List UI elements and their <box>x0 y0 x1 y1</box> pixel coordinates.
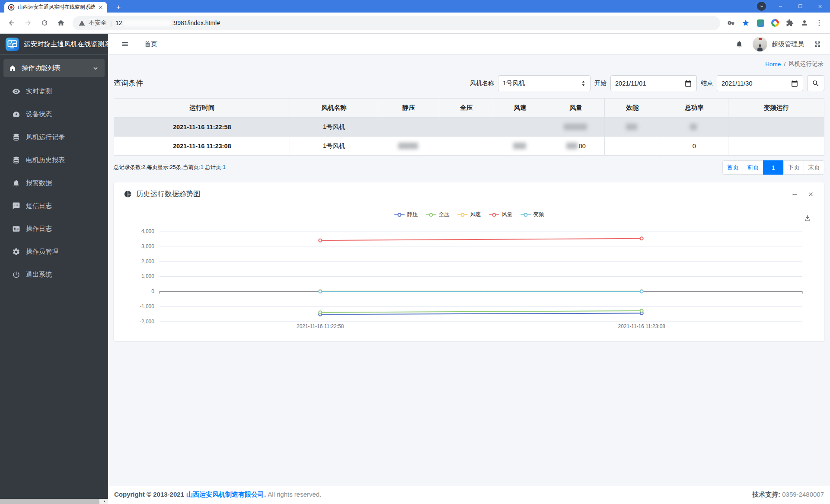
legend-item[interactable]: 全压 <box>426 211 450 218</box>
browser-tab-strip: 山西运安主通风实时在线监测系统 + <box>0 0 830 13</box>
svg-text:4,000: 4,000 <box>141 228 154 234</box>
collapse-panel-icon[interactable] <box>792 191 798 198</box>
support-label: 技术支持: <box>752 491 780 498</box>
scrollbar-right-arrow[interactable] <box>101 499 108 504</box>
address-bar[interactable]: 不安全 | 12:9981/index.html# <box>73 16 720 30</box>
search-button[interactable] <box>807 75 824 91</box>
password-key-icon[interactable] <box>725 16 737 29</box>
pager-prev-button[interactable]: 前页 <box>743 160 763 175</box>
bookmark-star-icon[interactable] <box>739 16 752 29</box>
records-table: 运行时间 风机名称 静压 全压 风速 风量 效能 总功率 变频运行 2021-1… <box>114 98 824 156</box>
new-tab-button[interactable]: + <box>113 2 124 13</box>
table-cell <box>378 118 439 137</box>
reload-button[interactable] <box>37 16 52 30</box>
fan-select[interactable]: 1号风机 <box>498 75 591 91</box>
footer: Copyright © 2013-2021山西运安风机制造有限公司.All ri… <box>108 485 830 504</box>
tab-close-icon[interactable] <box>98 4 104 10</box>
sidebar-item-logout[interactable]: 退出系统 <box>3 266 105 283</box>
table-cell <box>605 137 660 156</box>
download-chart-icon[interactable] <box>804 214 811 222</box>
end-date-label: 结束 <box>701 80 713 87</box>
extension-icon[interactable] <box>754 16 767 29</box>
page-url: 12:9981/index.html# <box>115 19 220 26</box>
trend-chart-panel: 历史运行数据趋势图 静压 全压 风速 风量 变频 4,0003,0002,000… <box>114 182 824 341</box>
user-menu[interactable]: 超级管理员 <box>753 37 804 51</box>
nav-home-link[interactable]: 首页 <box>144 40 157 48</box>
svg-text:1,000: 1,000 <box>141 273 154 279</box>
sidebar-item-motor-history-report[interactable]: 电机历史报表 <box>3 151 105 169</box>
close-panel-icon[interactable] <box>808 191 814 198</box>
column-header: 运行时间 <box>114 99 290 118</box>
company-link[interactable]: 山西运安风机制造有限公司. <box>186 491 266 498</box>
column-header: 风量 <box>547 99 605 118</box>
scrollbar-thumb[interactable] <box>0 499 99 504</box>
table-row[interactable]: 2021-11-16 11:23:08 1号风机 00 0 <box>114 137 824 156</box>
column-header: 效能 <box>605 99 660 118</box>
legend-item[interactable]: 静压 <box>394 211 418 218</box>
support-phone: 0359-2480007 <box>782 491 824 498</box>
panel-title: 历史运行数据趋势图 <box>136 189 201 199</box>
brand[interactable]: 运安对旋主通风机在线监测系统 <box>0 34 108 55</box>
svg-text:2,000: 2,000 <box>141 258 154 265</box>
brand-logo-icon <box>5 37 19 51</box>
browser-menu-icon[interactable] <box>813 16 826 29</box>
sidebar-item-operator-management[interactable]: 操作员管理 <box>3 243 105 260</box>
pager-page-1-button[interactable]: 1 <box>763 160 784 175</box>
search-icon <box>812 80 820 87</box>
horizontal-scrollbar[interactable] <box>0 499 108 504</box>
sidebar-item-function-list[interactable]: 操作功能列表 <box>3 59 105 77</box>
calendar-icon[interactable] <box>791 80 798 87</box>
back-button[interactable] <box>4 16 19 30</box>
redacted-value <box>513 143 526 149</box>
end-date-input[interactable]: 2021/11/30 <box>717 75 803 91</box>
pie-chart-icon <box>124 190 132 198</box>
sidebar-item-alarm-data[interactable]: 报警数据 <box>3 174 105 191</box>
forward-button[interactable] <box>21 16 35 30</box>
redacted-value <box>398 143 418 149</box>
sidebar-item-operation-log[interactable]: 操作日志 <box>3 220 105 237</box>
pager-last-button[interactable]: 末页 <box>804 160 824 175</box>
table-cell <box>493 137 547 156</box>
browser-home-button[interactable] <box>54 16 68 30</box>
sidebar-item-sms-log[interactable]: 短信日志 <box>3 197 105 214</box>
legend-item[interactable]: 风量 <box>489 211 513 218</box>
table-cell: 00 <box>547 137 605 156</box>
tab-title: 山西运安主通风实时在线监测系统 <box>18 3 95 11</box>
table-row[interactable]: 2021-11-16 11:22:58 1号风机 <box>114 118 824 137</box>
column-header: 变频运行 <box>728 99 824 118</box>
window-close-button[interactable] <box>810 0 830 13</box>
redacted-value <box>566 143 578 149</box>
svg-text:0: 0 <box>151 288 154 294</box>
hamburger-menu-icon[interactable] <box>121 40 129 48</box>
breadcrumb-home-link[interactable]: Home <box>765 61 781 67</box>
sidebar-item-device-status[interactable]: 设备状态 <box>3 105 105 123</box>
svg-text:3,000: 3,000 <box>141 243 154 249</box>
pager-first-button[interactable]: 首页 <box>722 160 743 175</box>
legend-item[interactable]: 变频 <box>520 211 544 218</box>
extension-color-icon[interactable] <box>769 16 782 29</box>
table-cell: 1号风机 <box>290 137 378 156</box>
window-minimize-button[interactable] <box>770 0 790 13</box>
pagination-bar: 总记录条数:2,每页显示:25条,当前页:1 总计页:1 首页 前页 1 下页 … <box>114 160 824 175</box>
window-maximize-button[interactable] <box>790 0 810 13</box>
brand-title: 运安对旋主通风机在线监测系统 <box>24 40 108 49</box>
sidebar-menu: 操作功能列表 实时监测 设备状态 风机运行记录 电机历史报表 报警数据 <box>0 55 108 287</box>
breadcrumb-separator: / <box>784 61 785 67</box>
sidebar-item-fan-run-records[interactable]: 风机运行记录 <box>3 128 105 146</box>
tab-search-button[interactable] <box>757 2 766 11</box>
home-icon <box>9 64 16 72</box>
start-date-input[interactable]: 2021/11/01 <box>610 75 697 91</box>
browser-profile-icon[interactable] <box>798 16 811 29</box>
extensions-puzzle-icon[interactable] <box>783 16 796 29</box>
fullscreen-expand-icon[interactable] <box>814 40 821 48</box>
browser-tab[interactable]: 山西运安主通风实时在线监测系统 <box>4 2 107 13</box>
legend-item[interactable]: 风速 <box>457 211 481 218</box>
calendar-icon[interactable] <box>684 80 692 87</box>
copyright-text: Copyright © 2013-2021 <box>114 491 184 498</box>
sidebar-item-realtime-monitor[interactable]: 实时监测 <box>3 83 105 100</box>
database-icon <box>12 133 20 141</box>
pager-next-button[interactable]: 下页 <box>783 160 804 175</box>
notification-bell-icon[interactable] <box>735 40 743 48</box>
table-cell <box>439 137 493 156</box>
redacted-value <box>564 124 587 130</box>
